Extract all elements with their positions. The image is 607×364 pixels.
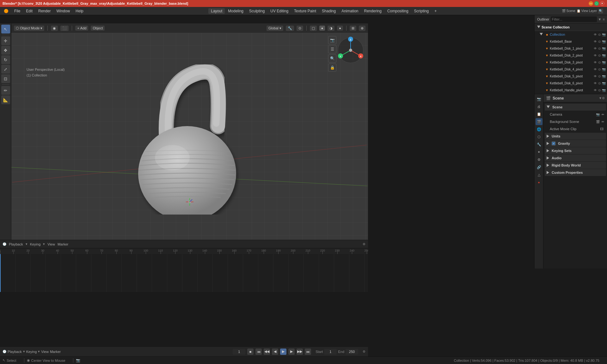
add-menu-btn[interactable]: + Add [75, 26, 88, 31]
props-scene-icon[interactable]: 🎬 [536, 118, 543, 125]
item-sel-3[interactable]: ⊙ [598, 61, 601, 64]
tl-record-btn[interactable]: ■ [247, 349, 254, 355]
props-constraints-icon[interactable]: 🔗 [536, 164, 543, 171]
proportional-edit-btn[interactable]: ⊙ [297, 26, 303, 31]
item-render-6[interactable]: 📷 [602, 82, 606, 85]
search-button[interactable]: 🔍 [598, 9, 603, 14]
section-audio[interactable]: Audio [545, 155, 606, 161]
maximize-button[interactable]: □ [594, 1, 599, 6]
scale-btn[interactable]: ⤢ [1, 65, 10, 74]
menu-help[interactable]: Help [73, 8, 86, 14]
outliner-search[interactable] [551, 16, 597, 22]
collection-vis-icon[interactable]: 👁 [594, 33, 597, 36]
menu-texture-paint[interactable]: Texture Paint [291, 8, 319, 14]
3d-viewport[interactable]: User Perspective (Local) (1) Collection … [11, 33, 368, 240]
item-render-5[interactable]: 📷 [602, 75, 606, 78]
menu-shading[interactable]: Shading [319, 8, 338, 14]
item-vis-3[interactable]: 👁 [594, 61, 597, 64]
tl-prev-frame-btn[interactable]: ◀ [272, 349, 278, 355]
props-physics-icon[interactable]: ⚙ [536, 156, 543, 163]
item-sel-6[interactable]: ⊙ [598, 82, 601, 85]
gizmo-btn[interactable]: ⊕ [359, 26, 365, 31]
item-render-3[interactable]: 📷 [602, 61, 606, 64]
outliner-item-6[interactable]: ▼ Kettlebell_Disk_6_pivot 👁 ⊙ 📷 [535, 80, 607, 87]
tl-first-frame-btn[interactable]: ⏮ [255, 349, 262, 355]
gravity-checkbox[interactable]: ✓ [552, 142, 555, 145]
outliner-item-7[interactable]: ▼ Kettlebell_Handle_pivot 👁 ⊙ 📷 [535, 87, 607, 94]
playhead[interactable] [0, 254, 1, 292]
start-frame-input[interactable] [324, 349, 337, 355]
item-vis-6[interactable]: 👁 [594, 82, 597, 85]
prop-camera-picker-icon[interactable]: 📷 [596, 113, 600, 116]
menu-window[interactable]: Window [54, 8, 72, 14]
menu-scripting[interactable]: Scripting [412, 8, 432, 14]
tl-prev-key-btn[interactable]: ◀◀ [264, 349, 270, 355]
timeline-body[interactable] [0, 254, 368, 292]
tl-last-frame-btn[interactable]: ⏭ [305, 349, 311, 355]
item-vis-1[interactable]: 👁 [594, 47, 597, 50]
outliner-item-5[interactable]: ▼ Kettlebell_Disk_5_pivot 👁 ⊙ 📷 [535, 73, 607, 80]
item-vis-5[interactable]: 👁 [594, 75, 597, 78]
menu-file[interactable]: File [12, 8, 23, 14]
item-sel-5[interactable]: ⊙ [598, 75, 601, 78]
item-vis-2[interactable]: 👁 [594, 54, 597, 57]
menu-edit[interactable]: Edit [23, 8, 35, 14]
tl-settings-icon[interactable]: ⚙ [363, 242, 365, 246]
menu-compositing[interactable]: Compositing [385, 8, 411, 14]
current-frame-input[interactable]: 1 [233, 349, 245, 355]
tl-settings[interactable]: ⚙ [363, 350, 365, 353]
item-vis-7[interactable]: 👁 [594, 88, 597, 92]
menu-layout[interactable]: Layout [208, 8, 225, 14]
vp-camera-btn[interactable]: 📷 [328, 36, 336, 44]
outliner-filter-icon[interactable]: ▼ [598, 17, 602, 21]
item-render-1[interactable]: 📷 [602, 47, 606, 50]
section-units[interactable]: Units [545, 133, 606, 140]
menu-blender[interactable]: 🟠 [1, 8, 11, 14]
tl-next-key-btn[interactable]: ▶▶ [297, 349, 303, 355]
section-custom-props[interactable]: Custom Properties [545, 169, 606, 176]
shading-wire-btn[interactable]: ▢ [310, 26, 317, 31]
tl-next-frame-btn[interactable]: ▶ [288, 349, 295, 355]
object-btn[interactable]: Object [91, 26, 105, 31]
menu-add[interactable]: + [432, 8, 439, 14]
vp-search-btn[interactable]: 🔍 [328, 54, 336, 63]
measure-btn[interactable]: 📐 [1, 95, 10, 104]
tl-ctrl-playback[interactable]: Playback [8, 350, 22, 354]
item-render-0[interactable]: 📷 [602, 40, 606, 43]
outliner-settings-icon[interactable]: ≡ [603, 17, 604, 21]
outliner-item-2[interactable]: ▼ Kettlebell_Disk_2_pivot 👁 ⊙ 📷 [535, 52, 607, 59]
prop-bg-scene-edit-icon[interactable]: ✏ [602, 120, 604, 124]
props-world-icon[interactable]: 🌐 [536, 126, 543, 133]
tl-playback-btn[interactable]: Playback [9, 242, 23, 246]
props-modifier-icon[interactable]: 🔧 [536, 141, 543, 148]
menu-uv-editing[interactable]: UV Editing [268, 8, 291, 14]
transform-btn[interactable]: ⊡ [1, 74, 10, 83]
tl-ctrl-keying[interactable]: Keying [26, 350, 37, 354]
shading-solid-btn[interactable]: ● [319, 26, 325, 31]
section-rigid-body[interactable]: Rigid Body World [545, 162, 606, 169]
close-button[interactable]: ✕ [600, 1, 604, 6]
item-vis-4[interactable]: 👁 [594, 68, 597, 71]
end-frame-input[interactable] [346, 349, 358, 355]
collection-select-icon[interactable]: ⊙ [598, 33, 601, 36]
tl-ctrl-marker[interactable]: Marker [50, 350, 61, 354]
item-sel-1[interactable]: ⊙ [598, 47, 601, 50]
outliner-item-0[interactable]: ▼ Kettlebell_Base 👁 ⊙ 📷 [535, 38, 607, 45]
menu-render[interactable]: Render [36, 8, 53, 14]
prop-camera-edit-icon[interactable]: ✏ [602, 113, 604, 116]
item-sel-7[interactable]: ⊙ [598, 88, 601, 92]
tl-keying-btn[interactable]: Keying [30, 242, 41, 246]
item-vis-0[interactable]: 👁 [594, 40, 597, 43]
cursor-btn[interactable]: ✛ [1, 36, 10, 45]
section-gravity[interactable]: ✓ Gravity [545, 140, 606, 147]
viewport-shading-btn[interactable]: ◉ [51, 26, 58, 31]
item-sel-2[interactable]: ⊙ [598, 54, 601, 57]
select-tool-btn[interactable]: ↖ [1, 25, 10, 33]
menu-rendering[interactable]: Rendering [362, 8, 384, 14]
props-view-layer-icon[interactable]: 📋 [536, 111, 543, 118]
outliner-item-1[interactable]: ▼ Kettlebell_Disk_1_pivot 👁 ⊙ 📷 [535, 45, 607, 52]
vp-region-btn[interactable]: ☰ [328, 45, 336, 53]
tl-view-btn[interactable]: View [47, 242, 55, 246]
tl-ctrl-view[interactable]: View [41, 350, 49, 354]
snap-btn[interactable]: 🔧 [286, 26, 294, 31]
